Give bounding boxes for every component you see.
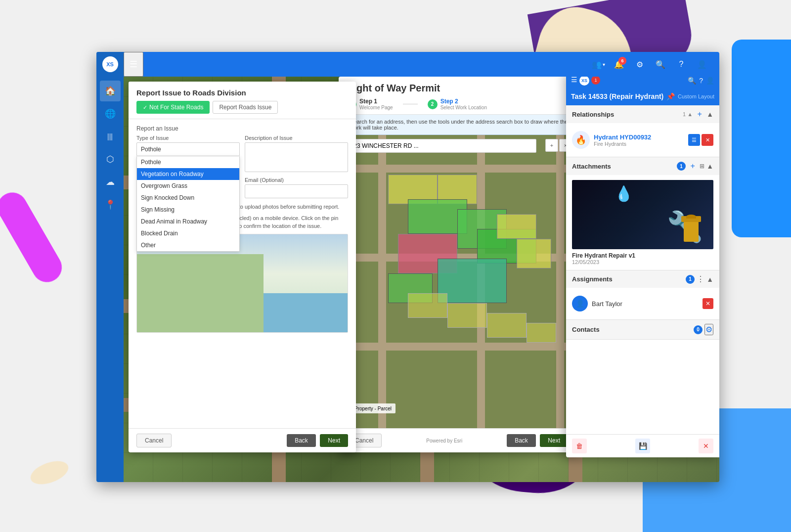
permit-panel-footer: Cancel Powered by Esri Back Next: [339, 428, 576, 452]
relationship-type: Fire Hydrants: [594, 141, 684, 147]
task-relationships-section: Relationships 1 ▲ + ▲ 🔥 Hydrant HYD00932…: [566, 105, 719, 157]
task-footer: 🗑 💾 ✕: [566, 434, 719, 457]
attachments-list-view-button[interactable]: ⊞: [700, 163, 704, 170]
permit-back-button[interactable]: Back: [507, 434, 536, 447]
users-dropdown-arrow: ▾: [603, 62, 605, 67]
attachment-date: 12/05/2023: [572, 259, 713, 265]
assignment-remove-button[interactable]: ✕: [703, 298, 713, 309]
task-nav-search[interactable]: 🔍: [688, 77, 696, 85]
sidebar-layers-button[interactable]: |||: [100, 126, 121, 147]
permit-map-area[interactable]: + × Property - Parcel: [339, 135, 576, 428]
attachment-image[interactable]: 💧 🔧: [572, 180, 713, 249]
option-pothole[interactable]: Pothole: [137, 156, 239, 168]
top-nav-bar: XS ☰ 👥 ▾ 🔔 6 ⚙ 🔍 ? 👤: [96, 52, 719, 77]
permit-polygon-grid1: [408, 293, 447, 318]
option-sign-knocked[interactable]: Sign Knocked Down: [137, 192, 239, 204]
tab-not-state-roads[interactable]: Not For State Roads: [136, 101, 210, 114]
permit-panel-title: Right of Way Permit: [347, 83, 568, 94]
sidebar-location-button[interactable]: 📍: [100, 194, 121, 215]
report-panel-header: Report Issue to Roads Division Not For S…: [129, 82, 356, 119]
avatar-icon: 👤: [576, 300, 584, 308]
contacts-title: Contacts: [572, 326, 600, 333]
task-assignments-header[interactable]: Assignments 1 ⋮ ▲: [566, 270, 719, 288]
task-nav-help[interactable]: ?: [699, 77, 703, 85]
permit-address-bar: [343, 139, 536, 153]
option-other[interactable]: Other: [137, 239, 239, 251]
report-panel-body: Report an Issue Type of Issue Pothole Po…: [129, 119, 356, 428]
nav-search-button[interactable]: 🔍: [651, 55, 670, 74]
relationships-collapse-button[interactable]: ▲: [706, 110, 713, 118]
app-container: XS ☰ 👥 ▾ 🔔 6 ⚙ 🔍 ? 👤: [96, 52, 719, 482]
permit-road-v1: [378, 135, 386, 428]
option-blocked-drain[interactable]: Blocked Drain: [137, 227, 239, 239]
nav-help-button[interactable]: ?: [672, 55, 691, 74]
description-label: Description of Issue: [245, 135, 348, 141]
users-icon: 👥: [592, 60, 602, 69]
task-close-button[interactable]: ✕: [699, 439, 713, 453]
decoration-blob-pink: [0, 187, 67, 287]
search-icon: 🔍: [656, 60, 665, 69]
layers-icon: |||: [107, 133, 113, 140]
permit-polygon-grid4: [527, 323, 556, 343]
relationships-add-button[interactable]: +: [695, 109, 704, 119]
sidebar-feature-button[interactable]: ⬡: [100, 149, 121, 170]
report-cancel-button[interactable]: Cancel: [136, 434, 172, 447]
email-label: Email (Optional): [245, 177, 348, 183]
save-icon: 💾: [639, 442, 647, 450]
relationship-name[interactable]: Hydrant HYD00932: [594, 133, 684, 141]
assignment-item-bart: 👤 Bart Taylor ✕: [572, 293, 713, 314]
option-vegetation[interactable]: Vegetation on Roadway: [137, 168, 239, 180]
step-2-sublabel: Select Work Location: [440, 105, 487, 110]
relationship-view-button[interactable]: ☰: [688, 134, 700, 146]
assignments-menu-button[interactable]: ⋮: [697, 274, 704, 284]
tab-report-roads-issue[interactable]: Report Roads Issue: [213, 101, 278, 114]
sidebar-globe-button[interactable]: 🌐: [100, 103, 121, 124]
report-back-button[interactable]: Back: [287, 434, 316, 447]
hamburger-menu-button[interactable]: ☰: [124, 52, 143, 77]
task-pin-icon[interactable]: 📌: [666, 92, 675, 100]
relationship-remove-button[interactable]: ✕: [702, 134, 713, 146]
attachments-collapse-button[interactable]: ▲: [706, 162, 713, 170]
nav-user-button[interactable]: 👤: [693, 55, 711, 74]
contacts-gear-button[interactable]: ⚙: [704, 324, 713, 335]
permit-next-button[interactable]: Next: [540, 434, 568, 447]
task-custom-layout-button[interactable]: Custom Layout: [678, 93, 714, 99]
assignments-count-badge: 1: [686, 275, 695, 284]
permit-powered-by: Powered by Esri: [426, 438, 462, 443]
globe-icon: 🌐: [105, 108, 116, 119]
task-delete-button[interactable]: 🗑: [572, 439, 587, 453]
option-overgrown[interactable]: Overgrown Grass: [137, 180, 239, 192]
report-next-button[interactable]: Next: [320, 434, 348, 447]
assignments-controls: 1 ⋮ ▲: [686, 274, 713, 284]
description-input[interactable]: [245, 142, 348, 172]
task-contacts-header[interactable]: Contacts 0 ⚙: [566, 320, 719, 339]
type-dropdown-value: Pothole: [141, 146, 161, 153]
attachments-add-button[interactable]: +: [688, 161, 698, 171]
permit-info-text: Search for an address, then use the tool…: [350, 119, 570, 131]
nav-settings-button[interactable]: ⚙: [630, 55, 649, 74]
nav-users-button[interactable]: 👥 ▾: [589, 55, 608, 74]
type-dropdown-trigger[interactable]: Pothole: [136, 142, 240, 156]
permit-map-tool-1[interactable]: +: [545, 139, 558, 152]
option-dead-animal[interactable]: Dead Animal in Roadway: [137, 216, 239, 227]
gear-icon: ⚙: [636, 60, 643, 69]
type-of-issue-dropdown: Pothole Pothole Vegetation on Roadway Ov…: [136, 142, 240, 156]
permit-address-input[interactable]: [343, 139, 536, 153]
task-nav-icon-1[interactable]: ☰: [571, 76, 577, 86]
hydrant-cap: [686, 215, 696, 219]
assignments-collapse-button[interactable]: ▲: [706, 275, 713, 283]
permit-polygon-grid2: [447, 303, 487, 328]
contacts-controls: 0 ⚙: [694, 324, 713, 335]
task-save-button[interactable]: 💾: [635, 439, 650, 453]
task-header: Task 14533 (Repair Hydrant) 📌 Custom Lay…: [566, 89, 719, 105]
task-relationships-header[interactable]: Relationships 1 ▲ + ▲: [566, 105, 719, 123]
option-sign-missing[interactable]: Sign Missing: [137, 204, 239, 216]
task-nav-user[interactable]: 👤: [706, 77, 714, 85]
nav-notifications-button[interactable]: 🔔 6: [610, 55, 628, 74]
sidebar-home-button[interactable]: 🏠: [100, 81, 121, 101]
permit-map-content: [339, 135, 576, 428]
email-input[interactable]: [245, 184, 348, 198]
task-attachments-header[interactable]: Attachments 1 + ⊞ ▲: [566, 157, 719, 175]
sidebar-cloud-button[interactable]: ☁: [100, 172, 121, 192]
task-assignments-section: Assignments 1 ⋮ ▲ 👤 Bart Taylor ✕: [566, 270, 719, 320]
